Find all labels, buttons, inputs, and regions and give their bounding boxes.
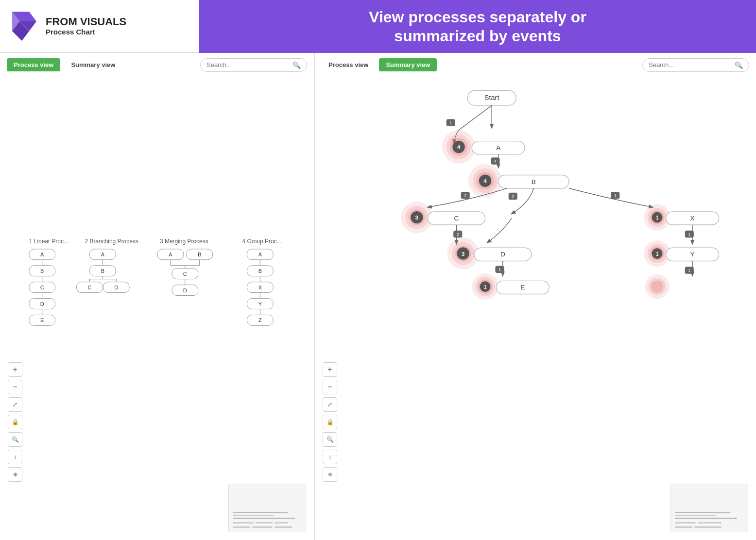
svg-text:C: C: [454, 215, 459, 222]
right-resize[interactable]: ↕: [323, 450, 337, 464]
right-minimap-line-5b: [694, 526, 722, 528]
right-search-input[interactable]: [649, 61, 735, 68]
svg-text:A: A: [101, 252, 105, 257]
svg-text:A: A: [496, 144, 501, 152]
left-search[interactable]: 🔍: [8, 432, 22, 447]
merging-title: 3 Merging Process: [160, 238, 208, 245]
right-minimap-line-1: [675, 512, 730, 513]
svg-point-133: [651, 280, 663, 292]
svg-text:2: 2: [464, 193, 466, 198]
svg-text:1: 1: [655, 215, 658, 220]
svg-text:1: 1: [688, 232, 690, 237]
left-tab-process[interactable]: Process view: [7, 58, 60, 71]
right-fit[interactable]: ⤢: [323, 397, 337, 412]
minimap-line-3: [233, 518, 295, 519]
right-minimap-line-4b: [698, 522, 722, 523]
svg-text:2: 2: [512, 194, 514, 199]
minimap-line-4a: [233, 522, 254, 523]
svg-text:D: D: [500, 251, 505, 258]
left-search-icon: 🔍: [292, 61, 301, 69]
left-zoom-out[interactable]: −: [8, 380, 22, 394]
right-zoom-out[interactable]: −: [323, 380, 337, 394]
svg-text:1: 1: [688, 268, 690, 273]
svg-text:C: C: [87, 285, 91, 290]
minimap-line-5b: [252, 526, 273, 528]
svg-text:A: A: [40, 252, 44, 257]
left-zoom-in[interactable]: +: [8, 362, 22, 377]
svg-text:1: 1: [449, 120, 452, 125]
right-lock[interactable]: 🔒: [323, 415, 337, 429]
svg-text:1: 1: [498, 267, 501, 272]
svg-text:X: X: [690, 215, 695, 222]
right-tab-bar: Process view Summary view 🔍: [315, 53, 756, 77]
tagline-text: View processes separately orsummarized b…: [369, 8, 586, 45]
svg-text:1: 1: [614, 193, 617, 198]
left-search-input[interactable]: [206, 61, 292, 68]
svg-text:Z: Z: [258, 317, 262, 323]
svg-text:1: 1: [484, 284, 487, 290]
logo-icon: [10, 9, 39, 43]
right-chart-svg: Start 1 4 A 4: [315, 77, 756, 540]
product-name: Process Chart: [46, 28, 126, 36]
svg-text:C: C: [183, 271, 187, 277]
svg-text:4: 4: [457, 144, 461, 150]
right-toolbar: + − ⤢ 🔒 🔍 ↕ ✳: [323, 362, 337, 482]
right-minimap-line-2: [675, 515, 716, 516]
svg-text:B: B: [198, 252, 201, 257]
svg-text:E: E: [520, 284, 525, 291]
svg-text:2: 2: [457, 232, 459, 237]
svg-text:C: C: [40, 285, 44, 290]
right-minimap-line-4a: [675, 522, 696, 523]
group-title: 4 Group Proc...: [242, 238, 281, 245]
left-minimap: [228, 484, 306, 532]
right-zoom-in[interactable]: +: [323, 362, 337, 377]
right-search-icon: 🔍: [735, 61, 743, 69]
svg-text:B: B: [40, 268, 44, 274]
svg-text:1: 1: [655, 251, 658, 257]
minimap-line-4c: [275, 522, 288, 523]
right-tab-summary[interactable]: Summary view: [379, 58, 437, 71]
left-resize[interactable]: ↕: [8, 450, 22, 464]
svg-text:D: D: [40, 301, 44, 307]
left-fit[interactable]: ⤢: [8, 397, 22, 412]
svg-text:E: E: [40, 317, 44, 323]
svg-text:A: A: [258, 252, 262, 257]
right-panel: Process view Summary view 🔍 Start: [315, 53, 756, 540]
svg-text:B: B: [532, 178, 536, 186]
svg-text:X: X: [258, 285, 262, 290]
minimap-line-4b: [256, 522, 273, 523]
right-settings[interactable]: ✳: [323, 467, 337, 482]
main-content: Process view Summary view 🔍 1 Linear Pro…: [0, 53, 756, 540]
svg-text:4: 4: [483, 178, 487, 184]
right-tab-process[interactable]: Process view: [322, 58, 375, 71]
svg-text:3: 3: [415, 214, 419, 220]
svg-text:3: 3: [462, 251, 465, 257]
right-search[interactable]: 🔍: [323, 432, 337, 447]
right-minimap: [670, 484, 748, 532]
svg-text:Y: Y: [258, 301, 262, 307]
header: FROM VISUALS Process Chart View processe…: [0, 0, 756, 53]
left-settings[interactable]: ✳: [8, 467, 22, 482]
brand-name: FROM VISUALS: [46, 16, 126, 28]
right-minimap-line-5a: [675, 526, 692, 528]
left-lock[interactable]: 🔒: [8, 415, 22, 429]
right-search-box[interactable]: 🔍: [642, 58, 749, 72]
minimap-line-2: [233, 515, 274, 516]
logo-text: FROM VISUALS Process Chart: [46, 16, 126, 36]
left-tab-summary[interactable]: Summary view: [64, 58, 122, 71]
branching-title: 2 Branching Process: [85, 238, 138, 245]
left-tab-bar: Process view Summary view 🔍: [0, 53, 314, 77]
left-toolbar: + − ⤢ 🔒 🔍 ↕ ✳: [8, 362, 22, 482]
svg-text:A: A: [169, 252, 172, 257]
logo-area: FROM VISUALS Process Chart: [0, 0, 199, 53]
svg-text:4: 4: [494, 159, 497, 164]
left-search-box[interactable]: 🔍: [200, 58, 307, 72]
left-panel: Process view Summary view 🔍 1 Linear Pro…: [0, 53, 315, 540]
tagline-area: View processes separately orsummarized b…: [199, 0, 756, 53]
svg-text:B: B: [101, 268, 104, 274]
minimap-line-1: [233, 512, 288, 513]
linear-title: 1 Linear Proc...: [29, 238, 69, 245]
left-chart-svg: 1 Linear Proc... A B C D E 2 Branching P…: [0, 77, 314, 540]
right-minimap-line-3: [675, 518, 737, 519]
svg-text:B: B: [258, 268, 262, 274]
